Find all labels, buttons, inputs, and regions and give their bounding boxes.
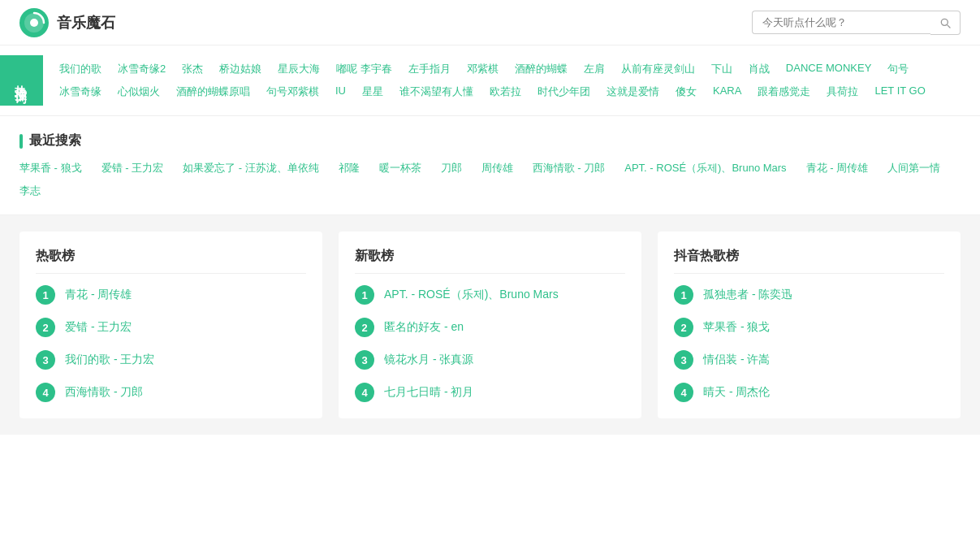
chart-song[interactable]: 七月七日晴 - 初月	[384, 385, 473, 400]
rank-badge: 1	[36, 285, 55, 305]
search-area	[752, 11, 961, 35]
hot-tag[interactable]: 傻女	[676, 84, 697, 99]
hot-tag[interactable]: 这就是爱情	[607, 84, 659, 99]
chart-item: 2苹果香 - 狼戈	[674, 318, 944, 337]
hot-tag[interactable]: 邓紫棋	[467, 62, 499, 76]
chart-song[interactable]: 西海情歌 - 刀郎	[65, 385, 143, 400]
hot-tags-container: 我们的歌冰雪奇缘2张杰桥边姑娘星辰大海嘟呢 李宇春左手指月邓紫棋酒醉的蝴蝶左肩从…	[43, 55, 980, 106]
logo-area: 音乐魔石	[19, 8, 115, 37]
chart-card: 新歌榜1APT. - ROSÉ（乐제)、Bruno Mars2匿名的好友 - e…	[339, 232, 641, 418]
recent-tag[interactable]: 祁隆	[339, 161, 360, 175]
hot-tag[interactable]: 欧若拉	[490, 84, 521, 99]
hot-tag[interactable]: 句号	[887, 62, 909, 76]
rank-badge: 1	[355, 285, 374, 305]
recent-tag[interactable]: 西海情歌 - 刀郎	[533, 161, 606, 175]
recent-tag[interactable]: 李志	[19, 184, 41, 198]
chart-item: 3情侣装 - 许嵩	[674, 350, 944, 370]
search-input[interactable]	[752, 11, 930, 34]
hot-tag[interactable]: IU	[335, 84, 346, 97]
hot-tag[interactable]: 我们的歌	[59, 62, 101, 76]
chart-song[interactable]: 苹果香 - 狼戈	[703, 320, 770, 335]
chart-song[interactable]: 我们的歌 - 王力宏	[65, 353, 154, 367]
chart-item: 3镜花水月 - 张真源	[355, 350, 625, 370]
recent-tag[interactable]: 人间第一情	[887, 161, 940, 175]
rank-badge: 4	[674, 383, 693, 402]
recent-search-title: 最近搜索	[19, 132, 961, 149]
chart-song[interactable]: 情侣装 - 许嵩	[703, 353, 770, 367]
chart-title: 新歌榜	[355, 248, 625, 274]
hot-tag[interactable]: 星星	[362, 84, 383, 99]
recent-tag[interactable]: 爱错 - 王力宏	[101, 161, 164, 175]
chart-item: 1青花 - 周传雄	[36, 285, 306, 305]
chart-card: 热歌榜1青花 - 周传雄2爱错 - 王力宏3我们的歌 - 王力宏4西海情歌 - …	[19, 232, 322, 418]
chart-item: 1APT. - ROSÉ（乐제)、Bruno Mars	[355, 285, 625, 305]
hot-tag[interactable]: 时代少年团	[537, 84, 590, 99]
chart-title: 抖音热歌榜	[674, 248, 944, 274]
hot-tag[interactable]: 张杰	[182, 62, 203, 76]
rank-badge: 3	[36, 350, 55, 370]
recent-tag[interactable]: 青花 - 周传雄	[806, 161, 869, 175]
search-button[interactable]	[930, 11, 961, 35]
chart-song[interactable]: 匿名的好友 - en	[384, 320, 464, 335]
chart-song[interactable]: 孤独患者 - 陈奕迅	[703, 288, 792, 302]
hot-tag[interactable]: 具荷拉	[827, 84, 858, 99]
hot-tag[interactable]: 嘟呢 李宇春	[336, 62, 392, 76]
hot-tag[interactable]: 心似烟火	[118, 84, 160, 99]
chart-card: 抖音热歌榜1孤独患者 - 陈奕迅2苹果香 - 狼戈3情侣装 - 许嵩4晴天 - …	[658, 232, 961, 418]
chart-list: 1APT. - ROSÉ（乐제)、Bruno Mars2匿名的好友 - en3镜…	[355, 285, 625, 402]
chart-list: 1青花 - 周传雄2爱错 - 王力宏3我们的歌 - 王力宏4西海情歌 - 刀郎	[36, 285, 306, 402]
charts-grid: 热歌榜1青花 - 周传雄2爱错 - 王力宏3我们的歌 - 王力宏4西海情歌 - …	[19, 232, 961, 418]
recent-tag[interactable]: 周传雄	[481, 161, 513, 175]
rank-badge: 2	[355, 318, 374, 337]
chart-song[interactable]: APT. - ROSÉ（乐제)、Bruno Mars	[384, 288, 559, 302]
hot-tag[interactable]: 左肩	[584, 62, 605, 76]
recent-tag[interactable]: 刀郎	[441, 161, 462, 175]
hot-tag[interactable]: 肖战	[749, 62, 770, 76]
hot-tag[interactable]: 冰雪奇缘2	[118, 62, 166, 76]
chart-song[interactable]: 镜花水月 - 张真源	[384, 353, 473, 367]
hot-tag[interactable]: 酒醉的蝴蝶原唱	[176, 84, 250, 99]
rank-badge: 1	[674, 285, 693, 305]
hot-tag[interactable]: 从前有座灵剑山	[621, 62, 695, 76]
hot-tag[interactable]: 星辰大海	[278, 62, 320, 76]
search-icon	[939, 16, 952, 29]
recent-search-section: 最近搜索 苹果香 - 狼戈爱错 - 王力宏如果爱忘了 - 汪苏泷、单依纯祁隆暖一…	[0, 116, 980, 215]
hot-tag[interactable]: 下山	[711, 62, 732, 76]
chart-song[interactable]: 爱错 - 王力宏	[65, 320, 132, 335]
title-bar-decoration	[19, 134, 23, 149]
hot-tag[interactable]: 左手指月	[408, 62, 451, 76]
hot-tag[interactable]: DANCE MONKEY	[786, 62, 871, 74]
rank-badge: 3	[355, 350, 374, 370]
chart-song[interactable]: 青花 - 周传雄	[65, 288, 132, 302]
chart-item: 4西海情歌 - 刀郎	[36, 383, 306, 402]
chart-title: 热歌榜	[36, 248, 306, 274]
rank-badge: 3	[674, 350, 693, 370]
chart-item: 2匿名的好友 - en	[355, 318, 625, 337]
chart-list: 1孤独患者 - 陈奕迅2苹果香 - 狼戈3情侣装 - 许嵩4晴天 - 周杰伦	[674, 285, 944, 402]
recent-tag[interactable]: APT. - ROSÉ（乐제)、Bruno Mars	[624, 161, 786, 175]
hot-tag[interactable]: 桥边姑娘	[219, 62, 261, 76]
rank-badge: 4	[355, 383, 374, 402]
recent-tags-container: 苹果香 - 狼戈爱错 - 王力宏如果爱忘了 - 汪苏泷、单依纯祁隆暖一杯茶刀郎周…	[19, 161, 961, 198]
rank-badge: 4	[36, 383, 55, 402]
hot-tag[interactable]: 跟着感觉走	[758, 84, 810, 99]
chart-item: 4七月七日晴 - 初月	[355, 383, 625, 402]
recent-tag[interactable]: 如果爱忘了 - 汪苏泷、单依纯	[183, 161, 319, 175]
recent-tag[interactable]: 苹果香 - 狼戈	[19, 161, 82, 175]
recent-tag[interactable]: 暖一杯茶	[379, 161, 421, 175]
chart-item: 3我们的歌 - 王力宏	[36, 350, 306, 370]
charts-section: 热歌榜1青花 - 周传雄2爱错 - 王力宏3我们的歌 - 王力宏4西海情歌 - …	[0, 215, 980, 435]
hot-search-label: 热搜词	[0, 55, 43, 106]
hot-tag[interactable]: 酒醉的蝴蝶	[515, 62, 568, 76]
chart-song[interactable]: 晴天 - 周杰伦	[703, 385, 770, 400]
hot-tag[interactable]: 句号邓紫棋	[266, 84, 319, 99]
hot-tag[interactable]: 冰雪奇缘	[59, 84, 101, 99]
hot-tag[interactable]: KARA	[713, 84, 741, 97]
chart-item: 2爱错 - 王力宏	[36, 318, 306, 337]
chart-item: 1孤独患者 - 陈奕迅	[674, 285, 944, 305]
hot-tag[interactable]: LET IT GO	[874, 84, 925, 97]
chart-item: 4晴天 - 周杰伦	[674, 383, 944, 402]
rank-badge: 2	[36, 318, 55, 337]
logo-title: 音乐魔石	[57, 13, 115, 32]
hot-tag[interactable]: 谁不渴望有人懂	[399, 84, 473, 99]
